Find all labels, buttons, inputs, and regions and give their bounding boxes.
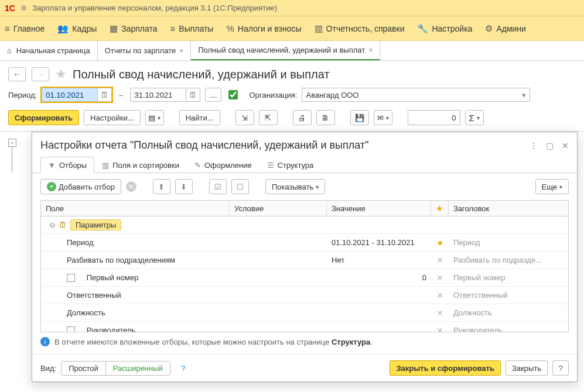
section-label: Отчетность, справки [326,24,405,33]
number-spin[interactable]: 0 [408,110,460,125]
dtab-design[interactable]: ✎Оформление [187,157,259,173]
calendar-icon[interactable]: 🗓 [98,88,112,102]
col-field[interactable]: Поле [41,201,230,216]
app-title: Зарплата и управление персоналом, редакц… [32,4,277,12]
x-icon[interactable]: ✕ [436,326,443,333]
uncheck-all-button[interactable]: ☐ [231,179,249,194]
period-label: Период: [8,91,37,99]
outline-toggle[interactable]: − [8,139,16,147]
dialog-more-icon[interactable]: ⋮ [530,141,538,150]
section-settings[interactable]: 🔧Настройка [417,23,472,34]
tab-full-summary[interactable]: Полный свод начислений, удержаний и выпл… [191,41,380,60]
mail-button[interactable]: ✉▾ [374,110,392,125]
dialog-maximize-icon[interactable]: ▢ [546,141,554,150]
row-checkbox[interactable] [67,326,75,333]
filter-row-position[interactable]: Должность ✕ Должность [41,304,568,322]
calendar-icon[interactable]: 🗓 [186,88,200,102]
back-button[interactable]: ← [8,67,26,81]
filter-row-period[interactable]: Период 01.10.2021 - 31.10.2021 ★ Период [41,234,568,252]
menu-icon[interactable]: ≡ [21,3,26,13]
wrench-icon: 🔧 [417,23,428,34]
col-value[interactable]: Значение [327,201,431,216]
collapse-button[interactable]: ⇱ [259,110,278,125]
section-label: Выплаты [179,24,213,33]
close-icon[interactable]: × [179,47,183,55]
move-down-button[interactable]: ⬇ [175,179,193,194]
dialog-footer: Вид: Простой Расширенный ? Закрыть и сфо… [32,354,577,381]
list-icon: ≡ [5,23,10,33]
move-up-button[interactable]: ⬆ [153,179,170,194]
org-select[interactable]: Авангард ООО ▾ [302,88,530,102]
calc-icon: ▦ [110,23,118,34]
col-star[interactable]: ★ [431,201,449,216]
x-icon[interactable]: ✕ [436,291,443,300]
forward-button[interactable]: → [32,67,49,81]
x-icon[interactable]: ✕ [436,256,443,265]
show-dropdown[interactable]: Показывать ▾ [265,179,325,194]
date-from-field[interactable]: 01.10.2021 🗓 [42,88,112,102]
dtab-struct[interactable]: ☰Структура [259,157,322,173]
section-reports[interactable]: ▥Отчетность, справки [315,23,405,34]
dialog-tabs: ▼Отборы ▥Поля и сортировки ✎Оформление ☰… [32,156,577,173]
info-note: i В отчете имеются вложенные отборы, кот… [40,337,569,346]
section-salary[interactable]: ▦Зарплата [110,23,157,34]
doc-icon: ▥ [315,23,323,34]
view-mode-toggle[interactable]: Простой Расширенный [61,361,170,376]
close-icon[interactable]: × [368,46,373,54]
org-checkbox[interactable] [228,90,238,99]
settings-button[interactable]: Настройки... [84,110,141,125]
filter-row-first-number[interactable]: Первый номер 0 ✕ Первый номер [41,269,568,287]
date-to-value[interactable]: 31.10.2021 [130,88,186,102]
section-label: Настройка [432,24,472,33]
help-icon[interactable]: ? [175,360,192,376]
section-hr[interactable]: 👥Кадры [57,23,97,34]
tab-home[interactable]: ⌂ Начальная страница [0,41,98,60]
report-toolbar: Сформировать Настройки... ▤▾ Найти... ⇲ … [0,108,584,132]
dtab-fields[interactable]: ▥Поля и сортировки [94,157,187,173]
x-icon[interactable]: ✕ [436,308,443,318]
col-condition[interactable]: Условие [230,201,327,216]
print-button[interactable]: 🖨 [293,110,312,125]
view-simple[interactable]: Простой [62,362,105,375]
favorite-star-icon[interactable]: ★ [55,67,67,82]
tab-label: Начальная страница [16,46,90,55]
variants-button[interactable]: ▤▾ [145,110,164,125]
filter-row-split-by-dept[interactable]: Разбивать по подразделениям Нет ✕ Разбив… [41,252,568,269]
help-button[interactable]: ? [552,360,569,376]
close-and-generate-button[interactable]: Закрыть и сформировать [390,360,501,376]
generate-button[interactable]: Сформировать [8,110,79,125]
clear-filter-button[interactable]: ✕ [126,181,136,192]
filter-row-responsible[interactable]: Ответственный ✕ Ответственный [41,287,568,304]
tab-reports[interactable]: Отчеты по зарплате × [98,41,191,60]
find-button[interactable]: Найти... [179,110,220,125]
dtab-filters[interactable]: ▼Отборы [40,157,94,173]
expand-button[interactable]: ⇲ [235,110,254,125]
brush-icon: ✎ [194,161,201,170]
check-all-button[interactable]: ☑ [209,179,227,194]
star-icon[interactable]: ★ [436,238,444,247]
section-taxes[interactable]: %Налоги и взносы [226,23,301,33]
save-button[interactable]: 💾 [350,110,369,125]
preview-button[interactable]: 🗎 [316,110,335,125]
col-caption[interactable]: Заголовок [449,201,568,216]
filter-row-manager[interactable]: Руководитель ✕ Руководитель [41,322,568,332]
info-text: В отчете имеются вложенные отборы, котор… [54,338,373,346]
view-advanced[interactable]: Расширенный [105,362,170,375]
section-admin[interactable]: ⚙Админи [485,23,526,34]
dialog-close-icon[interactable]: ✕ [562,141,569,150]
section-payments[interactable]: ≡Выплаты [170,23,214,33]
add-filter-button[interactable]: +Добавить отбор [40,179,121,194]
close-button[interactable]: Закрыть [506,360,548,376]
more-button[interactable]: Еще ▾ [535,179,569,194]
section-label: Админи [496,24,526,33]
section-main[interactable]: ≡Главное [5,23,45,33]
collapse-icon[interactable]: ⊖ [46,221,56,229]
period-picker-button[interactable]: … [205,88,221,102]
x-icon[interactable]: ✕ [436,273,443,283]
row-checkbox[interactable] [67,274,75,282]
date-to-field[interactable]: 31.10.2021 🗓 [130,88,200,102]
range-dash: – [117,91,125,99]
sum-button[interactable]: Σ▾ [465,110,484,125]
group-row-parameters[interactable]: ⊖ 🗓 Параметры [41,216,568,234]
date-from-value[interactable]: 01.10.2021 [42,88,98,102]
